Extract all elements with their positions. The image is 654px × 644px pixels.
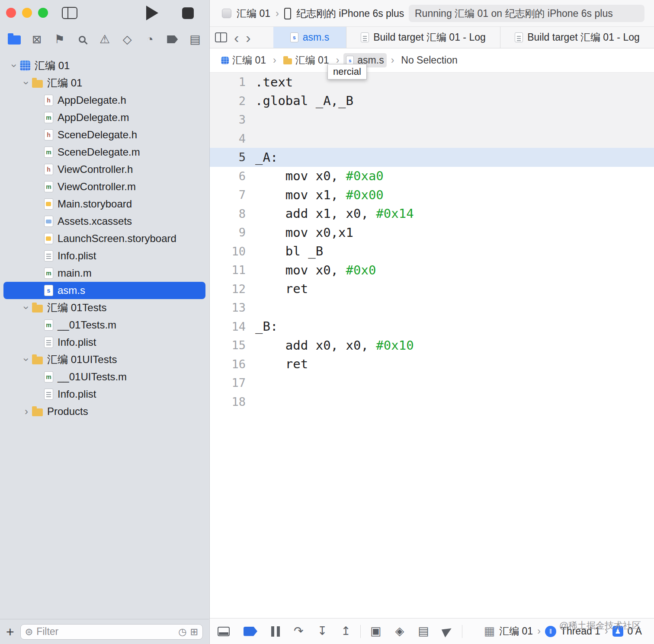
step-over-icon[interactable]: ↷	[294, 625, 304, 637]
tree-item[interactable]: Info.plist	[3, 334, 205, 351]
code-line[interactable]: 3	[210, 110, 654, 129]
view-hierarchy-icon[interactable]: ▣	[370, 625, 382, 637]
code-line[interactable]: 12 ret	[210, 280, 654, 299]
pause-button[interactable]	[271, 626, 280, 637]
toolbar: 汇编 01 › 纪志刚的 iPhone 6s plus Running 汇编 0…	[210, 0, 654, 27]
disclosure-down-icon[interactable]: ›	[20, 302, 32, 313]
code-line[interactable]: 5_A:	[210, 148, 654, 167]
project-navigator-icon[interactable]	[7, 34, 22, 45]
code-line[interactable]: 7 mov x1, #0x00	[210, 185, 654, 204]
jumpbar-item[interactable]: 汇编 01	[281, 52, 332, 68]
disclosure-down-icon[interactable]: ›	[20, 77, 32, 89]
tree-item[interactable]: hAppDelegate.h	[3, 92, 205, 109]
tree-item[interactable]: Main.storyboard	[3, 195, 205, 213]
tree-item[interactable]: mViewController.m	[3, 178, 205, 195]
add-item-button[interactable]: +	[6, 625, 14, 639]
editor-tab-0[interactable]: sasm.s	[273, 27, 346, 48]
tree-item[interactable]: hViewController.h	[3, 161, 205, 178]
disclosure-down-icon[interactable]: ›	[20, 354, 32, 365]
breakpoint-navigator-icon[interactable]	[165, 35, 180, 43]
tree-item[interactable]: mmain.m	[3, 265, 205, 282]
run-button[interactable]	[146, 6, 158, 20]
code-token: add x1, x0,	[255, 206, 376, 221]
tree-item[interactable]: m__01Tests.m	[3, 316, 205, 334]
code-line[interactable]: 9 mov x0,x1	[210, 223, 654, 242]
debug-controls: ↷ ↧ ↥	[218, 625, 351, 637]
code-line[interactable]: 2.global _A,_B	[210, 92, 654, 111]
symbol-navigator-icon[interactable]: ⚑	[52, 32, 67, 46]
stop-button[interactable]	[182, 7, 194, 19]
tree-item[interactable]: mAppDelegate.m	[3, 109, 205, 126]
run-destination[interactable]: 纪志刚的 iPhone 6s plus	[296, 7, 404, 20]
tree-item[interactable]: ›汇编 01UITests	[3, 351, 205, 368]
code-line[interactable]: 14_B:	[210, 317, 654, 336]
tree-item[interactable]: ›汇编 01Tests	[3, 299, 205, 316]
tree-item[interactable]: mSceneDelegate.m	[3, 143, 205, 161]
environment-overrides-icon[interactable]: ▤	[418, 625, 429, 637]
code-line[interactable]: 1.text	[210, 73, 654, 92]
scm-status-filter-icon[interactable]: ⊞	[190, 626, 198, 638]
code-line[interactable]: 16 ret	[210, 355, 654, 374]
tree-item[interactable]: sasm.s	[3, 282, 205, 299]
tree-item[interactable]: hSceneDelegate.h	[3, 126, 205, 143]
toggle-navigator-icon[interactable]	[62, 7, 77, 19]
search-icon	[79, 36, 86, 43]
jumpbar-item[interactable]: 汇编 01	[218, 52, 269, 68]
recent-files-icon[interactable]: ◷	[178, 626, 186, 638]
tree-item[interactable]: ›汇编 01	[3, 74, 205, 92]
s-file-icon: s	[44, 285, 53, 296]
source-control-navigator-icon[interactable]: ⊠	[29, 32, 44, 46]
m-file-icon: m	[44, 371, 53, 383]
filter-field[interactable]: ⊜ Filter ◷ ⊞	[20, 624, 203, 640]
forward-button[interactable]: ›	[246, 30, 250, 45]
close-window-button[interactable]	[6, 8, 16, 18]
issue-navigator-icon[interactable]: ⚠	[97, 32, 112, 46]
scheme-selector[interactable]: 汇编 01 › 纪志刚的 iPhone 6s plus	[222, 0, 404, 27]
code-token: .text	[255, 75, 293, 89]
tree-item[interactable]: m__01UITests.m	[3, 368, 205, 386]
find-navigator-icon[interactable]	[75, 36, 90, 43]
zoom-window-button[interactable]	[38, 8, 48, 18]
scheme-name[interactable]: 汇编 01	[237, 7, 270, 20]
code-line[interactable]: 15 add x0, x0, #0x10	[210, 336, 654, 355]
code-line[interactable]: 8 add x1, x0, #0x14	[210, 204, 654, 223]
code-text: ret	[255, 281, 308, 296]
toggle-debug-area-icon[interactable]	[218, 627, 230, 636]
step-out-icon[interactable]: ↥	[341, 625, 351, 637]
code-line[interactable]: 6 mov x0, #0xa0	[210, 167, 654, 186]
process-name[interactable]: 汇编 01	[499, 625, 533, 638]
back-button[interactable]: ‹	[234, 30, 239, 45]
editor-layout-icon[interactable]	[215, 32, 227, 42]
tree-item-label: asm.s	[58, 284, 85, 296]
memory-graph-icon[interactable]: ◈	[395, 625, 404, 637]
tree-item[interactable]: ›汇编 01	[3, 57, 205, 74]
code-token: ret	[255, 357, 308, 371]
tree-item[interactable]: Info.plist	[3, 247, 205, 265]
disclosure-down-icon[interactable]: ›	[8, 60, 20, 71]
code-editor[interactable]: 1.text2.global _A,_B345_A:6 mov x0, #0xa…	[210, 73, 654, 618]
device-icon	[284, 8, 291, 19]
jumpbar-item-label: No Selection	[401, 54, 457, 66]
minimize-window-button[interactable]	[22, 8, 32, 18]
code-line[interactable]: 18	[210, 392, 654, 411]
report-navigator-icon[interactable]: ▤	[188, 32, 202, 46]
debug-navigator-icon[interactable]: ◔	[143, 33, 157, 46]
step-into-icon[interactable]: ↧	[317, 625, 327, 637]
editor-tab-2[interactable]: Build target 汇编 01 - Log	[500, 27, 654, 48]
code-line[interactable]: 17	[210, 373, 654, 392]
code-line[interactable]: 13	[210, 298, 654, 317]
disclosure-right-icon[interactable]: ›	[21, 405, 32, 418]
tree-item[interactable]: LaunchScreen.storyboard	[3, 230, 205, 247]
jumpbar-item[interactable]: No Selection	[398, 53, 460, 67]
debug-tools: ▣ ◈ ▤	[370, 625, 452, 637]
tree-item[interactable]: ›Products	[3, 403, 205, 420]
code-line[interactable]: 11 mov x0, #0x0	[210, 261, 654, 280]
code-line[interactable]: 10 bl _B	[210, 242, 654, 261]
tree-item[interactable]: Info.plist	[3, 386, 205, 403]
editor-tab-1[interactable]: Build target 汇编 01 - Log	[346, 27, 500, 48]
breakpoints-toggle-icon[interactable]	[244, 627, 257, 636]
tree-item[interactable]: Assets.xcassets	[3, 213, 205, 230]
test-navigator-icon[interactable]: ◇	[120, 32, 135, 46]
simulate-location-icon[interactable]	[441, 625, 453, 637]
code-line[interactable]: 4	[210, 129, 654, 148]
